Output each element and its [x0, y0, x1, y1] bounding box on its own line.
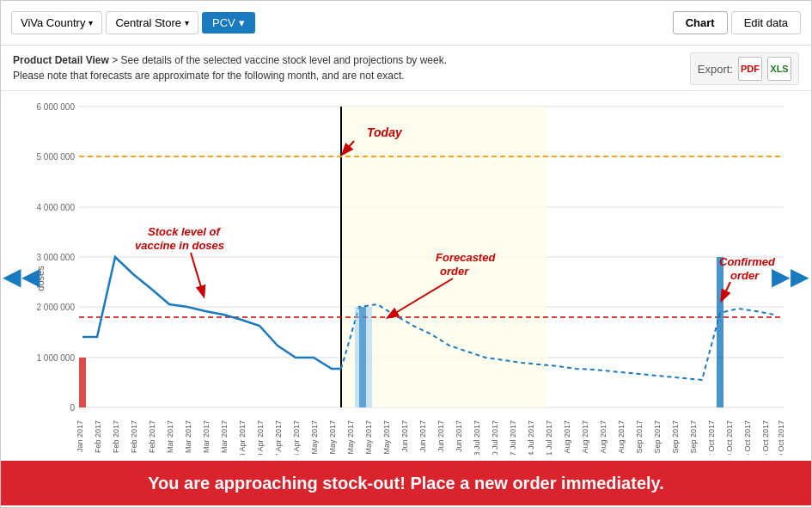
export-label: Export:: [698, 63, 733, 76]
svg-text:13 Mar 2017: 13 Mar 2017: [184, 420, 192, 455]
svg-rect-19: [717, 257, 723, 407]
svg-text:28 Aug 2017: 28 Aug 2017: [617, 420, 626, 455]
svg-text:15 May 2017: 15 May 2017: [346, 420, 355, 455]
pdf-export-button[interactable]: PDF: [738, 57, 762, 81]
chart-area: ◀◀ ▶▶ doses 6 000 000 5 000 000 4 000 00…: [1, 91, 811, 461]
excel-icon: XLS: [770, 64, 788, 74]
svg-text:30 Jan 2017: 30 Jan 2017: [76, 420, 84, 455]
today-annotation: Today: [367, 125, 403, 139]
central-store-caret-icon: ▾: [185, 18, 189, 28]
svg-text:31 Jul 2017: 31 Jul 2017: [545, 420, 553, 455]
svg-text:order: order: [440, 265, 469, 278]
viva-label: ViVa Country: [21, 16, 85, 29]
svg-text:03 Apr 2017: 03 Apr 2017: [238, 420, 247, 455]
svg-text:6 000 000: 6 000 000: [37, 102, 76, 112]
svg-text:09 Oct 2017: 09 Oct 2017: [725, 420, 734, 455]
app-header: ViVa Country ▾ Central Store ▾ PCV ▾ Cha…: [1, 1, 811, 46]
svg-text:Stock level of: Stock level of: [148, 225, 221, 238]
svg-text:17 Jul 2017: 17 Jul 2017: [509, 420, 517, 455]
pdf-icon: PDF: [741, 64, 760, 74]
svg-text:29 May 2017: 29 May 2017: [382, 420, 391, 455]
svg-text:22 May 2017: 22 May 2017: [364, 420, 373, 455]
svg-text:2 000 000: 2 000 000: [37, 303, 76, 312]
svg-text:21 Aug 2017: 21 Aug 2017: [599, 420, 607, 455]
viva-caret-icon: ▾: [89, 18, 93, 28]
svg-text:27 Feb 2017: 27 Feb 2017: [148, 420, 156, 455]
svg-text:13 Feb 2017: 13 Feb 2017: [112, 420, 120, 455]
svg-text:05 Jun 2017: 05 Jun 2017: [400, 420, 409, 455]
svg-text:20 Mar 2017: 20 Mar 2017: [202, 420, 211, 455]
svg-text:06 Mar 2017: 06 Mar 2017: [166, 420, 174, 455]
svg-text:20 Feb 2017: 20 Feb 2017: [130, 420, 138, 455]
svg-text:23 Oct 2017: 23 Oct 2017: [761, 420, 770, 455]
svg-text:Confirmed: Confirmed: [719, 255, 776, 268]
svg-text:14 Aug 2017: 14 Aug 2017: [581, 420, 589, 455]
svg-text:16 Oct 2017: 16 Oct 2017: [743, 420, 752, 455]
svg-text:19 Jun 2017: 19 Jun 2017: [437, 420, 445, 455]
pcv-caret-icon: ▾: [239, 16, 245, 29]
svg-text:02 Oct 2017: 02 Oct 2017: [707, 420, 716, 455]
arrow-left-icon: ◀◀: [3, 263, 40, 290]
description-title: Product Detail View: [13, 54, 109, 66]
chart-tab[interactable]: Chart: [673, 11, 728, 34]
svg-text:10 Apr 2017: 10 Apr 2017: [256, 420, 265, 455]
svg-text:24 Apr 2017: 24 Apr 2017: [292, 420, 301, 455]
excel-export-button[interactable]: XLS: [767, 57, 791, 81]
nav-arrow-right-button[interactable]: ▶▶: [772, 262, 809, 291]
svg-text:3 000 000: 3 000 000: [37, 253, 76, 262]
svg-line-66: [191, 253, 204, 296]
central-store-label: Central Store: [115, 16, 181, 29]
svg-rect-18: [79, 358, 86, 407]
svg-text:25 Sep 2017: 25 Sep 2017: [689, 420, 698, 455]
svg-text:0: 0: [70, 403, 75, 413]
svg-text:11 Sep 2017: 11 Sep 2017: [653, 420, 662, 455]
svg-text:04 Sep 2017: 04 Sep 2017: [635, 420, 644, 455]
description-arrow: >: [109, 54, 121, 66]
svg-text:vaccine in doses: vaccine in doses: [135, 239, 224, 252]
svg-text:12 Jun 2017: 12 Jun 2017: [418, 420, 427, 455]
svg-rect-21: [359, 307, 366, 407]
central-store-button[interactable]: Central Store ▾: [106, 11, 198, 34]
toolbar: Product Detail View > See details of the…: [1, 46, 811, 91]
svg-text:Forecasted: Forecasted: [436, 251, 496, 264]
description-area: Product Detail View > See details of the…: [13, 52, 447, 83]
export-area: Export: PDF XLS: [690, 52, 799, 85]
svg-text:08 May 2017: 08 May 2017: [328, 420, 337, 455]
svg-text:17 Apr 2017: 17 Apr 2017: [274, 420, 283, 455]
header-tabs: Chart Edit data: [673, 11, 801, 34]
description-note: Please note that forecasts are approxima…: [13, 68, 447, 83]
svg-text:03 Jul 2017: 03 Jul 2017: [473, 420, 481, 455]
svg-text:24 Jul 2017: 24 Jul 2017: [527, 420, 535, 455]
svg-text:1 000 000: 1 000 000: [37, 353, 76, 363]
nav-arrow-left-button[interactable]: ◀◀: [3, 262, 40, 291]
arrow-right-icon: ▶▶: [772, 263, 809, 290]
svg-text:27 Mar 2017: 27 Mar 2017: [220, 420, 229, 455]
edit-data-tab[interactable]: Edit data: [731, 11, 801, 34]
svg-text:4 000 000: 4 000 000: [37, 203, 76, 212]
description-text: See details of the selected vaccine stoc…: [121, 54, 448, 66]
svg-text:10 Jul 2017: 10 Jul 2017: [491, 420, 499, 455]
svg-text:07 Aug 2017: 07 Aug 2017: [563, 420, 571, 455]
alert-text: You are approaching stock-out! Place a n…: [148, 474, 664, 493]
svg-text:30 Oct 2017: 30 Oct 2017: [777, 420, 785, 455]
svg-text:01 May 2017: 01 May 2017: [310, 420, 319, 455]
svg-text:5 000 000: 5 000 000: [37, 152, 76, 162]
alert-banner: You are approaching stock-out! Place a n…: [1, 461, 811, 505]
svg-text:18 Sep 2017: 18 Sep 2017: [671, 420, 680, 455]
svg-text:26 Jun 2017: 26 Jun 2017: [455, 420, 463, 455]
pcv-button[interactable]: PCV ▾: [202, 12, 255, 34]
chart-svg: doses 6 000 000 5 000 000 4 000 000 3 00…: [32, 98, 805, 455]
pcv-label: PCV: [212, 16, 235, 29]
svg-text:06 Feb 2017: 06 Feb 2017: [94, 420, 102, 455]
viva-country-button[interactable]: ViVa Country ▾: [11, 11, 102, 34]
svg-text:order: order: [730, 269, 760, 282]
